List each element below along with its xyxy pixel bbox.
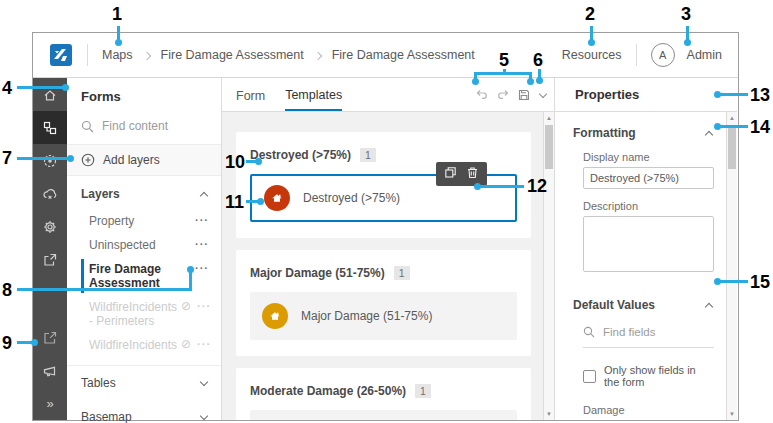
basemap-section-header[interactable]: Basemap xyxy=(67,400,221,423)
scrollbar-thumb[interactable] xyxy=(545,125,553,169)
templates-panel-header: Form Templates xyxy=(222,78,554,112)
layer-name: WildfireIncidents - Perimeters xyxy=(89,300,181,328)
breadcrumb: Maps Fire Damage Assessment Fire Damage … xyxy=(102,48,475,62)
callout-line xyxy=(17,86,64,89)
tab-form[interactable]: Form xyxy=(236,80,265,110)
only-show-fields-checkbox[interactable] xyxy=(583,370,596,383)
search-icon xyxy=(583,326,595,338)
tab-templates[interactable]: Templates xyxy=(285,79,342,111)
save-icon[interactable] xyxy=(517,88,531,102)
layer-options-icon[interactable]: ··· xyxy=(195,214,209,227)
delete-template-icon[interactable] xyxy=(466,166,479,182)
template-group-major-damage: Major Damage (51-75%) 1 Major Damage (51… xyxy=(236,250,531,356)
find-content-search[interactable]: Find content xyxy=(67,113,221,145)
find-fields-search[interactable]: Find fields xyxy=(583,326,714,338)
scroll-up-arrow-icon[interactable]: ▲ xyxy=(544,113,554,123)
sidebar-open-map-viewer-icon[interactable] xyxy=(33,321,67,354)
layers-section-header[interactable]: Layers xyxy=(67,176,221,209)
forms-panel-title: Forms xyxy=(67,78,221,113)
app-header: Maps Fire Damage Assessment Fire Damage … xyxy=(33,33,738,77)
template-hover-toolbar xyxy=(436,162,487,186)
description-textarea[interactable] xyxy=(583,216,714,272)
breadcrumb-chevron-icon xyxy=(313,51,321,59)
only-show-fields-label: Only show fields in the form xyxy=(604,364,714,388)
duplicate-template-icon[interactable] xyxy=(444,166,457,182)
layer-row-uninspected[interactable]: Uninspected ··· xyxy=(67,233,221,257)
layer-row-wildfire-incidents[interactable]: WildfireIncidents ⊘ ··· xyxy=(67,333,221,357)
formatting-section-header[interactable]: Formatting xyxy=(573,126,714,140)
app-window: Maps Fire Damage Assessment Fire Damage … xyxy=(32,32,739,421)
callout-number-4: 4 xyxy=(2,78,12,99)
scroll-up-arrow-icon[interactable]: ▲ xyxy=(727,113,737,123)
layer-options-icon[interactable]: ··· xyxy=(197,300,211,313)
display-name-input[interactable] xyxy=(583,167,714,189)
chevron-down-icon xyxy=(200,378,208,386)
forms-panel: Forms Find content Add layers Layers Pro… xyxy=(67,78,222,420)
sidebar-settings-gear-icon[interactable] xyxy=(33,210,67,243)
template-group-title: Destroyed (>75%) xyxy=(250,148,351,162)
layer-options-icon[interactable]: ··· xyxy=(195,238,209,251)
basemap-section-label: Basemap xyxy=(81,410,132,423)
no-form-icon: ⊘ xyxy=(181,300,191,313)
scroll-down-arrow-icon[interactable]: ▼ xyxy=(727,409,737,419)
callout-number-2: 2 xyxy=(585,4,595,25)
resources-link[interactable]: Resources xyxy=(562,48,622,62)
template-group-title: Major Damage (51-75%) xyxy=(250,266,385,280)
add-layers-button[interactable]: Add layers xyxy=(67,145,221,176)
template-count-badge: 1 xyxy=(415,384,431,398)
no-form-icon: ⊘ xyxy=(181,338,191,351)
sidebar-feedback-megaphone-icon[interactable] xyxy=(33,354,67,387)
layer-row-wildfire-perimeters[interactable]: WildfireIncidents - Perimeters ⊘ ··· xyxy=(67,295,221,333)
template-card-moderate-damage[interactable]: Moderate Damage (26-50%) xyxy=(250,410,517,420)
sidebar-geofence-icon[interactable] xyxy=(33,144,67,177)
callout-number-7: 7 xyxy=(2,148,12,169)
layer-row-property[interactable]: Property ··· xyxy=(67,209,221,233)
scrollbar-thumb[interactable] xyxy=(728,125,736,169)
admin-menu[interactable]: Admin xyxy=(687,48,722,62)
callout-line xyxy=(189,271,192,289)
callout-dot xyxy=(472,78,479,85)
sidebar-expand-icon[interactable]: » xyxy=(33,387,67,420)
destroyed-symbol-icon xyxy=(264,185,290,211)
callout-dot xyxy=(588,39,595,46)
scroll-down-arrow-icon[interactable]: ▼ xyxy=(544,409,554,419)
tables-section-label: Tables xyxy=(81,376,116,390)
properties-panel: Properties Formatting Display name Descr… xyxy=(555,78,737,420)
properties-scrollbar[interactable]: ▲ ▼ xyxy=(726,112,737,420)
breadcrumb-maps[interactable]: Maps xyxy=(102,48,133,62)
avatar[interactable]: A xyxy=(651,43,675,67)
sidebar-share-icon[interactable] xyxy=(33,243,67,276)
layer-options-icon[interactable]: ··· xyxy=(197,338,211,351)
callout-dot xyxy=(257,198,264,205)
callout-dot xyxy=(536,77,543,84)
sidebar-offline-icon[interactable] xyxy=(33,177,67,210)
breadcrumb-map-name[interactable]: Fire Damage Assessment xyxy=(161,48,304,62)
callout-dot xyxy=(67,155,74,162)
callout-line xyxy=(17,288,192,291)
callout-number-3: 3 xyxy=(681,4,691,25)
default-values-label: Default Values xyxy=(573,298,655,312)
callout-number-15: 15 xyxy=(750,272,770,293)
default-values-section-header[interactable]: Default Values xyxy=(573,298,714,312)
undo-icon[interactable] xyxy=(475,88,489,102)
divider xyxy=(583,347,714,348)
tables-section-header[interactable]: Tables xyxy=(67,366,221,400)
header-divider xyxy=(87,44,88,66)
save-menu-chevron-icon[interactable] xyxy=(540,91,546,99)
breadcrumb-chevron-icon xyxy=(142,51,150,59)
sidebar-forms-icon[interactable] xyxy=(33,111,67,144)
callout-number-13: 13 xyxy=(750,85,770,106)
template-card-major-damage[interactable]: Major Damage (51-75%) xyxy=(250,292,517,340)
template-count-badge: 1 xyxy=(360,148,376,162)
callout-line xyxy=(720,93,748,96)
properties-panel-title: Properties xyxy=(555,78,737,112)
sidebar-home-icon[interactable] xyxy=(33,78,67,111)
breadcrumb-form-name: Fire Damage Assessment xyxy=(332,48,475,62)
template-card-destroyed[interactable]: Destroyed (>75%) xyxy=(250,174,517,222)
template-card-label: Major Damage (51-75%) xyxy=(301,309,432,323)
layer-name: Uninspected xyxy=(89,238,195,252)
redo-icon[interactable] xyxy=(496,88,510,102)
templates-list: Destroyed (>75%) 1 Destroyed (>75%) xyxy=(222,112,543,420)
layer-options-icon[interactable]: ··· xyxy=(195,262,209,275)
templates-scrollbar[interactable]: ▲ ▼ xyxy=(543,112,554,420)
